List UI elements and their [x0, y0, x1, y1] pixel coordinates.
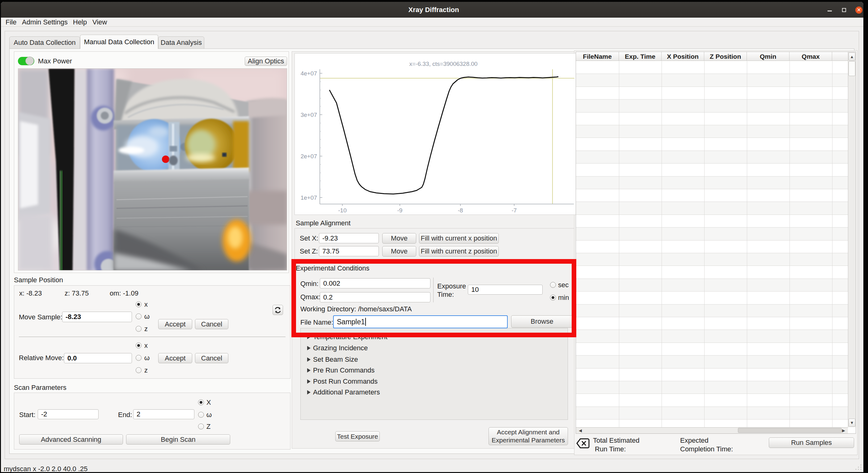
svg-text:x=-6.33, cts=39006328.00: x=-6.33, cts=39006328.00 [409, 61, 478, 67]
svg-text:-8: -8 [458, 207, 463, 214]
svg-text:1e+07: 1e+07 [301, 195, 317, 201]
svg-text:3e+07: 3e+07 [301, 112, 317, 118]
svg-text:4e+07: 4e+07 [301, 70, 317, 77]
svg-text:-7: -7 [512, 207, 517, 214]
svg-text:-9: -9 [397, 207, 403, 214]
svg-text:-10: -10 [338, 207, 346, 214]
svg-text:2e+07: 2e+07 [301, 153, 317, 159]
